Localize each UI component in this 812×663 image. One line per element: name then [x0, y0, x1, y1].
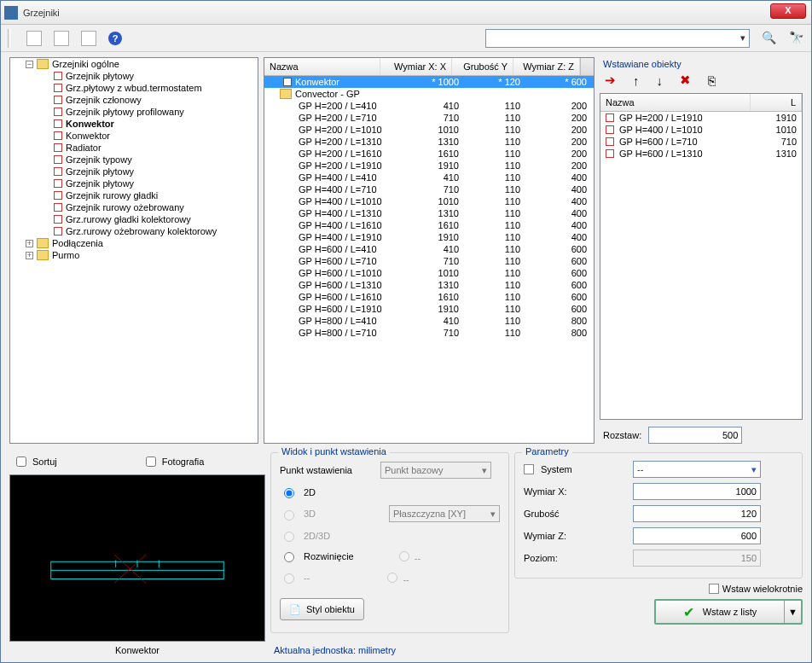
help-icon[interactable]: ? [108, 32, 122, 45]
object-row[interactable]: GP H=600 / L=710710 [600, 136, 802, 148]
tree-sub1[interactable]: +Podłączenia [26, 237, 258, 249]
style-button[interactable]: 📄Styl obiektu [280, 598, 364, 620]
tree-sub2[interactable]: +Purmo [26, 249, 258, 261]
tree-item[interactable]: Grzejnik rurowy ożebrowany [41, 201, 258, 213]
obj-col-name[interactable]: Nazwa [600, 94, 751, 111]
radio-dash3 [387, 573, 397, 583]
object-row[interactable]: GP H=600 / L=13101310 [600, 148, 802, 160]
grid-row[interactable]: GP H=400 / L=19101910110400 [264, 231, 594, 243]
grid-row[interactable]: GP H=200 / L=10101010110200 [264, 124, 594, 136]
grid-row[interactable]: GP H=600 / L=16101610110600 [264, 291, 594, 303]
grid-group[interactable]: Convector - GP [264, 88, 594, 100]
grubosc-input[interactable] [633, 505, 761, 522]
col-y[interactable]: Grubość Y [452, 58, 513, 75]
grid-row[interactable]: GP H=400 / L=16101610110400 [264, 219, 594, 231]
grid-row[interactable]: GP H=200 / L=710710110200 [264, 112, 594, 124]
multi-checkbox[interactable]: Wstaw wielokrotnie [709, 584, 803, 594]
object-row[interactable]: GP H=400 / L=10101010 [600, 124, 802, 136]
tree-item[interactable]: Konwektor [41, 130, 258, 142]
params-legend: Parametry [522, 446, 572, 457]
item-icon [54, 203, 62, 212]
insertion-point-select[interactable]: Punkt bazowy▾ [380, 462, 491, 479]
item-icon [54, 179, 62, 188]
objects-title: Wstawiane obiekty [600, 57, 803, 73]
tree-item[interactable]: Grz.rurowy ożebrowany kolektorowy [41, 225, 258, 237]
arrow-down-icon[interactable]: ↓ [657, 73, 664, 88]
tree-root[interactable]: −Grzejniki ogólne [26, 58, 258, 70]
grid-row[interactable]: GP H=400 / L=13101310110400 [264, 207, 594, 219]
bottom-area: Sortuj Fotografia Konwektor Widok i pun [1, 449, 811, 662]
tree-item[interactable]: Radiator [41, 142, 258, 154]
grid-row[interactable]: GP H=600 / L=10101010110600 [264, 267, 594, 279]
grid-row[interactable]: GP H=600 / L=19101910110600 [264, 303, 594, 315]
grid-row[interactable]: GP H=400 / L=710710110400 [264, 183, 594, 195]
col-name[interactable]: Nazwa [264, 58, 380, 75]
arrow-up-icon[interactable]: ↑ [633, 73, 640, 88]
tree-item[interactable]: Grz.rurowy gładki kolektorowy [41, 213, 258, 225]
item-icon [54, 72, 62, 80]
delete-icon[interactable]: ✖ [680, 73, 691, 88]
tool-icon-2[interactable] [54, 31, 69, 46]
preview-viewport[interactable] [9, 474, 265, 642]
sort-checkbox[interactable]: Sortuj [13, 454, 57, 469]
item-icon [54, 131, 62, 140]
app-icon [4, 6, 18, 20]
search-icon[interactable]: 🔍 [762, 31, 777, 46]
grid-row[interactable]: GP H=200 / L=13101310110200 [264, 136, 594, 148]
obj-col-l[interactable]: L [751, 94, 802, 111]
find-icon[interactable]: 🔭 [789, 31, 804, 46]
check-icon: ✔ [683, 604, 694, 620]
col-x[interactable]: Wymiar X: X [380, 58, 452, 75]
tree-item[interactable]: Grzejnik płytowy [41, 70, 258, 82]
grid-rows[interactable]: Konwektor* 1000* 120* 600Convector - GPG… [264, 76, 594, 443]
wymiar-x-input[interactable] [633, 483, 761, 500]
grid-row[interactable]: GP H=800 / L=710710110800 [264, 327, 594, 339]
grid-row[interactable]: GP H=600 / L=13101310110600 [264, 279, 594, 291]
grid-row[interactable]: GP H=200 / L=19101910110200 [264, 160, 594, 172]
grid-row[interactable]: GP H=600 / L=710710110600 [264, 255, 594, 267]
item-icon [54, 167, 62, 176]
tree-item[interactable]: Grzejnik rurowy gładki [41, 189, 258, 201]
app-window: Grzejniki X ? ▾ 🔍 🔭 −Grzejniki ogólne Gr… [0, 0, 812, 663]
photo-checkbox[interactable]: Fotografia [142, 454, 205, 469]
grid-row[interactable]: GP H=800 / L=410410110800 [264, 315, 594, 327]
grid-row[interactable]: GP H=600 / L=410410110600 [264, 243, 594, 255]
content-area: −Grzejniki ogólne Grzejnik płytowyGrz.pł… [1, 52, 811, 449]
grid-row[interactable]: GP H=200 / L=410410110200 [264, 100, 594, 112]
radio-rozwiniecie[interactable] [284, 552, 294, 562]
wymiar-z-input[interactable] [633, 527, 761, 544]
category-tree[interactable]: −Grzejniki ogólne Grzejnik płytowyGrz.pł… [9, 57, 258, 444]
tool-icon-3[interactable] [81, 31, 96, 46]
tree-item[interactable]: Grzejnik płytowy [41, 177, 258, 189]
item-icon [54, 119, 62, 128]
arrow-right-icon[interactable]: ➔ [605, 73, 616, 88]
grid-header: Nazwa Wymiar X: X Grubość Y Wymiar Z: Z [264, 58, 594, 76]
close-button[interactable]: X [770, 3, 806, 19]
col-z[interactable]: Wymiar Z: Z [513, 58, 580, 75]
folder-icon [37, 59, 49, 69]
search-combo[interactable]: ▾ [485, 29, 750, 48]
objects-list[interactable]: Nazwa L GP H=200 / L=19101910GP H=400 / … [600, 93, 803, 420]
tree-item[interactable]: Grz.płytowy z wbud.termostatem [41, 82, 258, 94]
system-checkbox[interactable] [524, 464, 534, 474]
grid-row[interactable]: GP H=200 / L=16101610110200 [264, 148, 594, 160]
unit-label: Aktualna jednostka: milimetry [270, 633, 509, 655]
grid-row-selected[interactable]: Konwektor* 1000* 120* 600 [264, 76, 594, 88]
grid-row[interactable]: GP H=400 / L=10101010110400 [264, 195, 594, 207]
tool-icon-1[interactable] [26, 31, 42, 46]
tree-item[interactable]: Grzejnik członowy [41, 94, 258, 106]
tree-item[interactable]: Grzejnik płytowy [41, 166, 258, 177]
item-icon [54, 227, 62, 236]
system-select[interactable]: --▾ [633, 461, 761, 478]
insert-dropdown[interactable]: ▼ [784, 601, 801, 623]
grid-row[interactable]: GP H=400 / L=410410110400 [264, 172, 594, 183]
tree-item[interactable]: Grzejnik typowy [41, 154, 258, 166]
insert-button[interactable]: ✔Wstaw z listy ▼ [654, 599, 803, 625]
rozstaw-input[interactable] [648, 427, 742, 444]
params-panel: Parametry System --▾ Wymiar X: Grubość W… [514, 452, 803, 655]
object-row[interactable]: GP H=200 / L=19101910 [600, 112, 802, 124]
tree-item[interactable]: Grzejnik płytowy profilowany [41, 106, 258, 118]
radio-2d[interactable] [284, 488, 294, 498]
tree-item[interactable]: Konwektor [41, 118, 258, 130]
copy-icon[interactable]: ⎘ [708, 73, 716, 88]
